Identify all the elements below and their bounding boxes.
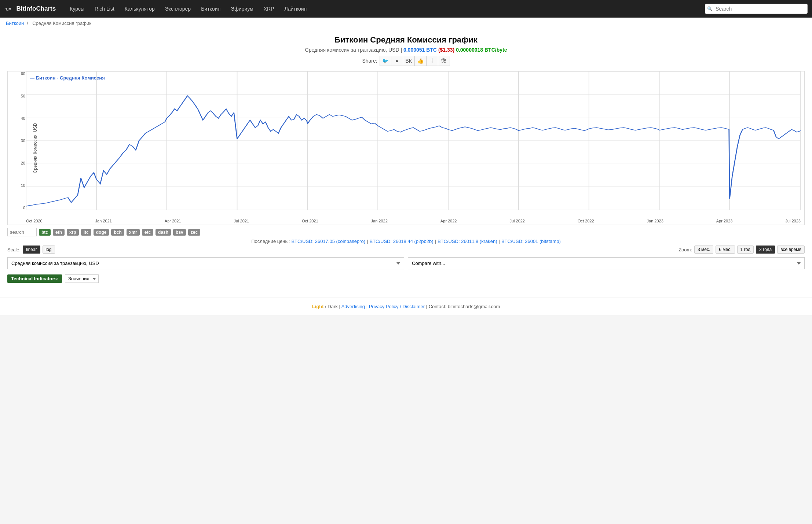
nav-bitcoin[interactable]: Биткоин xyxy=(196,1,226,17)
subtitle: Средняя комиссия за транзакцию, USD | 0.… xyxy=(7,47,805,53)
zoom-6m[interactable]: 6 мес. xyxy=(716,246,735,254)
search-input[interactable] xyxy=(705,4,808,14)
scale-log[interactable]: log xyxy=(43,246,55,254)
byte-value: 0.00000018 BTC/byte xyxy=(456,47,507,53)
site-brand: BitInfoCharts xyxy=(17,5,56,12)
coin-tag-bch[interactable]: bch xyxy=(111,229,124,236)
prices-row: Последние цены: BTC/USD: 26017.05 (coinb… xyxy=(7,239,805,244)
y-axis-ticks: 0 10 20 30 40 50 60 xyxy=(11,71,25,210)
usd-value: ($1.33) xyxy=(438,47,454,53)
footer-contact-label: Contact: xyxy=(429,304,446,309)
footer-advertising[interactable]: Advertising xyxy=(341,304,365,309)
share-row: Share: 🐦 ● ВК 👍 f 微 xyxy=(7,56,805,66)
breadcrumb: Биткоин / Средняя Комиссия график xyxy=(0,18,812,29)
breadcrumb-separator: / xyxy=(27,21,29,26)
price-bitstamp[interactable]: BTC/USD: 26001 (bitstamp) xyxy=(501,239,561,244)
nav-explorer[interactable]: Эксплорер xyxy=(160,1,196,17)
footer-contact-email: bitinfocharts@gmail.com xyxy=(448,304,500,309)
navbar: ru▾ BitInfoCharts Курсы Rich List Кальку… xyxy=(0,0,812,18)
zoom-3y[interactable]: 3 года xyxy=(756,246,775,254)
nav-links: Курсы Rich List Калькулятор Эксплорер Би… xyxy=(65,1,705,17)
zoom-label: Zoom: xyxy=(679,247,692,252)
nav-ethereum[interactable]: Эфириум xyxy=(226,1,258,17)
nav-calculator[interactable]: Калькулятор xyxy=(120,1,160,17)
coin-tag-xmr[interactable]: xmr xyxy=(127,229,140,236)
compare-dropdown[interactable]: Compare with... xyxy=(408,257,805,269)
share-weibo[interactable]: 微 xyxy=(438,56,450,66)
dropdowns-row: Средняя комиссия за транзакцию, USD Comp… xyxy=(7,257,805,269)
scale-section: Scale: linear log xyxy=(7,246,55,254)
footer-sep4: | xyxy=(426,304,429,309)
metric-dropdown[interactable]: Средняя комиссия за транзакцию, USD xyxy=(7,257,404,269)
chart-svg-area xyxy=(26,71,801,210)
prices-label: Последние цены: xyxy=(251,239,290,244)
zoom-3m[interactable]: 3 мес. xyxy=(694,246,713,254)
share-like[interactable]: 👍 xyxy=(415,56,427,66)
share-twitter[interactable]: 🐦 xyxy=(380,56,391,66)
price-coinbasepro[interactable]: BTC/USD: 26017.05 (coinbasepro) xyxy=(291,239,365,244)
scale-zoom-row: Scale: linear log Zoom: 3 мес. 6 мес. 1 … xyxy=(7,246,805,254)
nav-xrp[interactable]: XRP xyxy=(259,1,279,17)
scale-linear[interactable]: linear xyxy=(23,246,40,254)
footer: Light / Dark | Advertising | Privacy Pol… xyxy=(0,298,812,315)
chart-container: Средняя Комиссия, USD Биткоин - Средняя … xyxy=(7,71,805,225)
footer-sep3: | xyxy=(366,304,369,309)
price-kraken[interactable]: BTC/USD: 26011.8 (kraken) xyxy=(438,239,497,244)
coin-tag-bsv[interactable]: bsv xyxy=(173,229,186,236)
coin-search-input[interactable] xyxy=(7,228,37,236)
share-reddit[interactable]: ● xyxy=(391,56,403,66)
share-facebook[interactable]: f xyxy=(427,56,438,66)
price-p2pb2b[interactable]: BTC/USD: 26018.44 (p2pb2b) xyxy=(369,239,433,244)
coin-tag-etc[interactable]: etc xyxy=(142,229,153,236)
breadcrumb-parent[interactable]: Биткоин xyxy=(6,21,24,26)
coin-tags-row: btc eth xrp ltc doge bch xmr etc dash bs… xyxy=(7,228,805,236)
footer-privacy[interactable]: Privacy Policy / Disclaimer xyxy=(369,304,425,309)
nav-richlist[interactable]: Rich List xyxy=(89,1,120,17)
coin-tag-zec[interactable]: zec xyxy=(188,229,200,236)
coin-tag-xrp[interactable]: xrp xyxy=(67,229,79,236)
btc-value: 0.000051 BTC xyxy=(403,47,437,53)
zoom-all[interactable]: все время xyxy=(777,246,805,254)
coin-tag-eth[interactable]: eth xyxy=(53,229,65,236)
nav-курсы[interactable]: Курсы xyxy=(65,1,89,17)
scale-label: Scale: xyxy=(7,247,21,252)
zoom-section: Zoom: 3 мес. 6 мес. 1 год 3 года все вре… xyxy=(679,246,805,254)
coin-tag-dash[interactable]: dash xyxy=(156,229,171,236)
breadcrumb-current: Средняя Комиссия график xyxy=(32,21,91,26)
share-vk[interactable]: ВК xyxy=(403,56,415,66)
coin-tag-ltc[interactable]: ltc xyxy=(81,229,91,236)
footer-light[interactable]: Light xyxy=(312,304,324,309)
technical-indicators-row: Technical Indicators: Значения xyxy=(7,274,805,283)
nav-litecoin[interactable]: Лайткоин xyxy=(279,1,312,17)
language-selector[interactable]: ru▾ xyxy=(4,6,11,12)
page-title: Биткоин Средняя Комиссия график xyxy=(7,35,805,45)
coin-tag-doge[interactable]: doge xyxy=(94,229,109,236)
nav-search-area xyxy=(705,4,808,14)
footer-dark[interactable]: Dark xyxy=(328,304,337,309)
chart-svg xyxy=(26,71,801,210)
main-content: Биткоин Средняя Комиссия график Средняя … xyxy=(0,29,812,298)
technical-indicators-select[interactable]: Значения xyxy=(65,274,99,283)
share-label: Share: xyxy=(362,58,377,64)
zoom-1y[interactable]: 1 год xyxy=(737,246,754,254)
coin-tag-btc[interactable]: btc xyxy=(39,229,51,236)
x-axis-labels: Oct 2020 Jan 2021 Apr 2021 Jul 2021 Oct … xyxy=(26,219,801,223)
subtitle-prefix: Средняя комиссия за транзакцию, USD xyxy=(305,47,399,53)
technical-indicators-label: Technical Indicators: xyxy=(7,274,62,283)
